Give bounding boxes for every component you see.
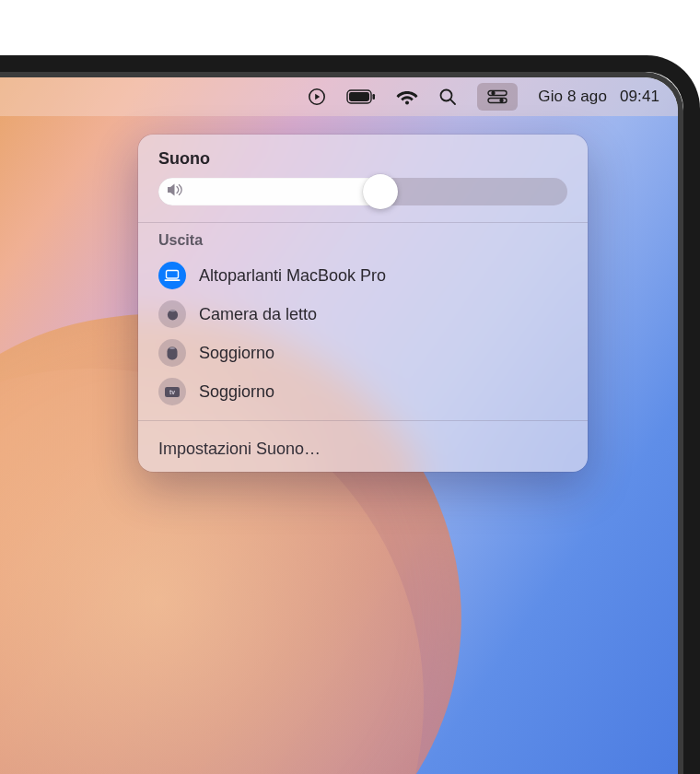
svg-rect-11	[167, 271, 179, 279]
svg-rect-12	[165, 279, 181, 281]
battery-icon[interactable]	[346, 84, 376, 110]
divider	[138, 420, 588, 421]
output-item-homepod[interactable]: Soggiorno	[151, 334, 575, 372]
svg-text:tv: tv	[169, 389, 175, 395]
svg-point-14	[169, 310, 175, 311]
svg-point-4	[405, 100, 409, 104]
device-bezel-inner: Gio 8 ago 09:41 Suono	[0, 72, 683, 774]
desktop-wallpaper: Gio 8 ago 09:41 Suono	[0, 77, 678, 774]
output-item-homepod-mini[interactable]: Camera da letto	[151, 295, 575, 334]
volume-slider-container	[138, 178, 588, 218]
sound-title: Suono	[138, 149, 588, 178]
sound-popover: Suono U	[138, 135, 588, 472]
now-playing-icon[interactable]	[308, 84, 326, 110]
svg-point-8	[492, 91, 496, 95]
output-item-label: Soggiorno	[199, 344, 274, 363]
homepod-icon	[158, 339, 186, 367]
time-text: 09:41	[620, 88, 659, 106]
output-item-laptop[interactable]: Altoparlanti MacBook Pro	[151, 256, 575, 295]
output-section-title: Uscita	[138, 232, 588, 256]
svg-rect-2	[349, 92, 369, 101]
svg-rect-7	[488, 91, 507, 96]
svg-point-10	[500, 99, 504, 102]
output-item-label: Camera da letto	[199, 305, 317, 324]
sound-settings-link[interactable]: Impostazioni Suono…	[138, 430, 588, 463]
wifi-icon[interactable]	[396, 84, 418, 110]
speaker-icon	[167, 182, 183, 201]
volume-slider-fill	[158, 178, 383, 205]
device-bezel-outer: Gio 8 ago 09:41 Suono	[0, 55, 700, 774]
appletv-icon: tv	[158, 378, 186, 405]
output-item-label: Soggiorno	[199, 382, 274, 402]
date-text: Gio 8 ago	[538, 88, 607, 106]
divider	[138, 222, 588, 223]
svg-rect-9	[488, 99, 507, 103]
volume-slider[interactable]	[158, 178, 567, 205]
menu-bar: Gio 8 ago 09:41	[0, 77, 678, 116]
output-list: Altoparlanti MacBook Pro Camera da letto	[138, 256, 588, 411]
control-center-icon[interactable]	[477, 83, 518, 111]
output-item-label: Altoparlanti MacBook Pro	[199, 266, 386, 286]
spotlight-icon[interactable]	[438, 84, 457, 110]
svg-rect-3	[373, 94, 376, 100]
homepod-mini-icon	[158, 300, 186, 328]
svg-point-16	[169, 347, 175, 349]
volume-slider-thumb[interactable]	[363, 174, 398, 209]
svg-line-6	[451, 100, 456, 104]
output-item-appletv[interactable]: tv Soggiorno	[151, 372, 575, 411]
laptop-icon	[158, 262, 186, 289]
menu-bar-clock[interactable]: Gio 8 ago 09:41	[538, 84, 659, 110]
